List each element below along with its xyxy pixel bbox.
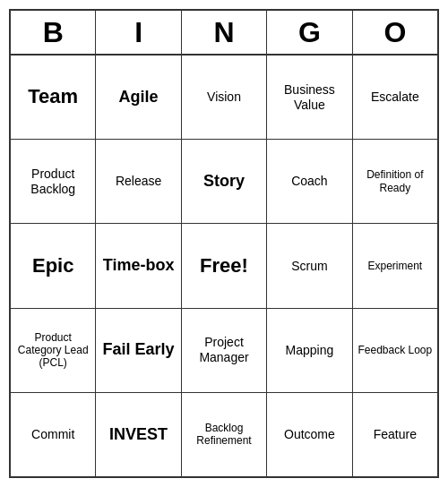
bingo-cell-3-3: Mapping	[267, 309, 352, 392]
header-letter-i: I	[96, 11, 181, 54]
bingo-body: TeamAgileVisionBusiness ValueEscalatePro…	[11, 56, 437, 476]
bingo-row-2: EpicTime-boxFree!ScrumExperiment	[11, 224, 437, 308]
header-letter-o: O	[353, 11, 437, 54]
bingo-cell-2-4: Experiment	[353, 224, 437, 307]
bingo-row-3: Product Category Lead (PCL)Fail EarlyPro…	[11, 309, 437, 393]
bingo-cell-3-1: Fail Early	[96, 309, 181, 392]
bingo-cell-4-4: Feature	[353, 393, 437, 476]
bingo-cell-4-0: Commit	[11, 393, 96, 476]
bingo-cell-1-3: Coach	[267, 140, 352, 223]
bingo-row-4: CommitINVESTBacklog RefinementOutcomeFea…	[11, 393, 437, 476]
bingo-cell-1-4: Definition of Ready	[353, 140, 437, 223]
bingo-cell-3-4: Feedback Loop	[353, 309, 437, 392]
bingo-cell-4-2: Backlog Refinement	[182, 393, 267, 476]
bingo-cell-1-2: Story	[182, 140, 267, 223]
bingo-header: BINGO	[11, 11, 437, 56]
bingo-cell-0-0: Team	[11, 56, 96, 139]
header-letter-n: N	[182, 11, 267, 54]
bingo-cell-4-3: Outcome	[267, 393, 352, 476]
bingo-row-0: TeamAgileVisionBusiness ValueEscalate	[11, 56, 437, 140]
bingo-cell-2-3: Scrum	[267, 224, 352, 307]
header-letter-g: G	[267, 11, 352, 54]
bingo-cell-2-2: Free!	[182, 224, 267, 307]
bingo-card: BINGO TeamAgileVisionBusiness ValueEscal…	[9, 9, 439, 478]
bingo-cell-1-1: Release	[96, 140, 181, 223]
bingo-cell-2-0: Epic	[11, 224, 96, 307]
bingo-cell-0-1: Agile	[96, 56, 181, 139]
bingo-cell-3-2: Project Manager	[182, 309, 267, 392]
header-letter-b: B	[11, 11, 96, 54]
bingo-cell-2-1: Time-box	[96, 224, 181, 307]
bingo-row-1: Product BacklogReleaseStoryCoachDefiniti…	[11, 140, 437, 224]
bingo-cell-0-4: Escalate	[353, 56, 437, 139]
bingo-cell-3-0: Product Category Lead (PCL)	[11, 309, 96, 392]
bingo-cell-1-0: Product Backlog	[11, 140, 96, 223]
bingo-cell-4-1: INVEST	[96, 393, 181, 476]
bingo-cell-0-3: Business Value	[267, 56, 352, 139]
bingo-cell-0-2: Vision	[182, 56, 267, 139]
